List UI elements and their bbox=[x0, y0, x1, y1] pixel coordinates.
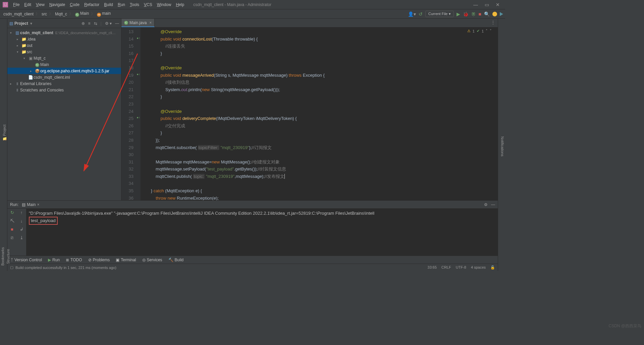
hide-icon[interactable]: — bbox=[491, 202, 495, 207]
inspection-status[interactable]: ⚠1 ✔1 ˄ ˅ bbox=[467, 29, 492, 33]
gear-icon[interactable]: ⚙ ▾ bbox=[105, 21, 112, 26]
menu-code[interactable]: Code bbox=[67, 1, 82, 8]
code-with-me-icon[interactable] bbox=[500, 12, 503, 16]
editor-tab-main[interactable]: C Main.java × bbox=[121, 19, 155, 27]
tree-node-jar[interactable]: ▸📦org.eclipse.paho.client.mqttv3-1.2.5.j… bbox=[7, 68, 121, 74]
down-icon[interactable]: ↓ bbox=[20, 218, 23, 223]
close-icon[interactable]: ✕ bbox=[496, 2, 500, 7]
app-logo-icon: IJ bbox=[3, 2, 8, 7]
window-controls: — ▭ ✕ bbox=[473, 2, 504, 7]
build-icon[interactable]: ↺ bbox=[419, 11, 423, 17]
breadcrumb[interactable]: src bbox=[40, 12, 48, 16]
menu-refactor[interactable]: Refactor bbox=[82, 1, 102, 8]
menu-window[interactable]: Window bbox=[155, 1, 174, 8]
tree-root[interactable]: ▾▥csdn_mqtt_clientE:\IDEA_documents\csdn… bbox=[7, 29, 121, 36]
terminal-tab[interactable]: ▣ Terminal bbox=[116, 258, 136, 262]
divider: | bbox=[101, 21, 102, 26]
class-icon: C bbox=[124, 21, 128, 25]
search-icon[interactable]: 🔍 bbox=[484, 11, 490, 17]
project-tool-tab[interactable]: 📁 Project bbox=[1, 21, 7, 245]
rerun-icon[interactable]: ↻ bbox=[10, 210, 14, 215]
structure-tool-tab[interactable]: Structure bbox=[5, 245, 11, 268]
tree-node-iml[interactable]: 📄csdn_mqtt_client.iml bbox=[7, 74, 121, 80]
hide-icon[interactable]: — bbox=[115, 21, 119, 26]
build-tab[interactable]: 🔨 Build bbox=[168, 258, 184, 262]
status-bar: ▢ Build completed successfully in 1 sec,… bbox=[7, 264, 498, 271]
code-editor[interactable]: 1314151617181920212223242526272829303132… bbox=[121, 27, 498, 200]
caret-position[interactable]: 33:65 bbox=[428, 265, 437, 270]
project-panel-header: ▤ Project ▾ ⊕ ≡ ⇆ | ⚙ ▾ — bbox=[7, 19, 121, 28]
project-tree[interactable]: ▾▥csdn_mqtt_clientE:\IDEA_documents\csdn… bbox=[7, 28, 121, 94]
todo-tab[interactable]: ≣ TODO bbox=[66, 258, 82, 262]
bookmarks-tool-tab[interactable]: Bookmarks bbox=[0, 245, 5, 268]
chevron-down-icon[interactable]: ▾ bbox=[30, 21, 32, 26]
tree-node-out[interactable]: ▸📁out bbox=[7, 42, 121, 49]
close-run-tab-icon[interactable]: × bbox=[37, 202, 39, 207]
breadcrumb[interactable]: Mqtt_c bbox=[54, 12, 68, 16]
navigation-bar: csdn_mqtt_client〉 src〉 Mqtt_c〉 CMain〉 mm… bbox=[0, 9, 505, 19]
user-icon[interactable]: 👤▾ bbox=[408, 11, 416, 17]
menu-file[interactable]: File bbox=[11, 1, 22, 8]
menu-run[interactable]: Run bbox=[115, 1, 127, 8]
menu-build[interactable]: Build bbox=[102, 1, 115, 8]
collapse-all-icon[interactable]: ⇆ bbox=[94, 21, 97, 26]
stop-icon[interactable]: ■ bbox=[11, 227, 13, 232]
expand-all-icon[interactable]: ≡ bbox=[88, 21, 91, 26]
menu-help[interactable]: Help bbox=[173, 1, 186, 8]
version-control-tab[interactable]: ᛉ Version Control bbox=[11, 258, 42, 262]
minimize-icon[interactable]: — bbox=[473, 2, 478, 7]
select-opened-file-icon[interactable]: ⊕ bbox=[82, 21, 85, 26]
run-config-selector[interactable]: Current File ▾ bbox=[425, 11, 454, 17]
breadcrumb[interactable]: mmain bbox=[96, 11, 112, 17]
tree-node-package[interactable]: ▾▣Mqtt_c bbox=[7, 55, 121, 61]
left-bottom-tool-strip: Structure Bookmarks bbox=[0, 245, 7, 271]
tree-node-scratches[interactable]: ⫴Scratches and Consoles bbox=[7, 87, 121, 93]
project-panel-title: Project bbox=[14, 21, 28, 26]
code-area[interactable]: @Override public void connectionLost(Thr… bbox=[141, 27, 498, 200]
stop-icon[interactable]: ■ bbox=[479, 11, 481, 17]
run-icon[interactable]: ▶ bbox=[457, 11, 460, 17]
run-header: Run: ▤ Main × ⚙ — bbox=[7, 201, 498, 209]
project-panel: ▤ Project ▾ ⊕ ≡ ⇆ | ⚙ ▾ — ▾▥csdn_mqtt_cl… bbox=[7, 19, 121, 200]
menu-tools[interactable]: Tools bbox=[127, 1, 142, 8]
chevron-up-icon[interactable]: ˄ bbox=[486, 29, 488, 33]
tree-node-idea[interactable]: ▸📁.idea bbox=[7, 36, 121, 42]
soft-wrap-icon[interactable]: ↲ bbox=[20, 227, 23, 232]
chevron-down-icon[interactable]: ˅ bbox=[490, 29, 492, 33]
readonly-icon[interactable]: 🔓 bbox=[490, 265, 495, 270]
menu-view[interactable]: View bbox=[34, 1, 47, 8]
notifications-tool-tab[interactable]: Notifications bbox=[500, 21, 505, 271]
menu-vcs[interactable]: VCS bbox=[142, 1, 155, 8]
line-separator[interactable]: CRLF bbox=[441, 265, 451, 270]
right-tool-strip: Notifications bbox=[498, 19, 505, 271]
run-tab-bottom[interactable]: ▶ Run bbox=[48, 258, 60, 262]
camera-icon[interactable]: ⎚ bbox=[11, 235, 13, 240]
gear-icon[interactable]: ⚙ bbox=[484, 202, 488, 207]
main-menu: FileEditViewNavigateCodeRefactorBuildRun… bbox=[11, 1, 186, 8]
maximize-icon[interactable]: ▭ bbox=[485, 2, 489, 7]
gutter-marks: ●↑ ●↑ ●↑ bbox=[136, 27, 141, 200]
problems-tab[interactable]: ⊘ Problems bbox=[88, 258, 110, 262]
menu-navigate[interactable]: Navigate bbox=[47, 1, 67, 8]
menu-edit[interactable]: Edit bbox=[22, 1, 34, 8]
file-encoding[interactable]: UTF-8 bbox=[456, 265, 466, 270]
scroll-to-end-icon[interactable]: ⤓ bbox=[20, 235, 23, 240]
close-tab-icon[interactable]: × bbox=[149, 20, 152, 25]
tree-node-src[interactable]: ▾📁src bbox=[7, 49, 121, 55]
console-output[interactable]: "D:\Program Files\Java\jdk-19\bin\java.e… bbox=[26, 209, 498, 256]
tabs-more-icon[interactable]: ⋮ bbox=[488, 19, 498, 27]
breadcrumb[interactable]: CMain bbox=[74, 11, 90, 17]
coverage-icon[interactable]: ⛨ bbox=[471, 11, 476, 17]
debug-icon[interactable]: 🐞 bbox=[463, 11, 469, 17]
run-tab[interactable]: ▤ Main × bbox=[22, 202, 39, 207]
up-icon[interactable]: ↑ bbox=[20, 210, 23, 215]
wrench-icon[interactable]: ⛏ bbox=[10, 218, 14, 223]
editor-tabs: C Main.java × ⋮ bbox=[121, 19, 498, 27]
tree-node-main-class[interactable]: CMain bbox=[7, 61, 121, 68]
ide-updates-icon[interactable] bbox=[492, 12, 497, 16]
services-tab[interactable]: ◎ Services bbox=[142, 258, 162, 262]
run-toolbar-left2: ↑ ↓ ↲ ⤓ bbox=[17, 209, 26, 256]
indent-setting[interactable]: 4 spaces bbox=[471, 265, 486, 270]
tree-node-external-libs[interactable]: ▸⫴External Libraries bbox=[7, 80, 121, 87]
breadcrumb[interactable]: csdn_mqtt_client bbox=[2, 12, 35, 16]
